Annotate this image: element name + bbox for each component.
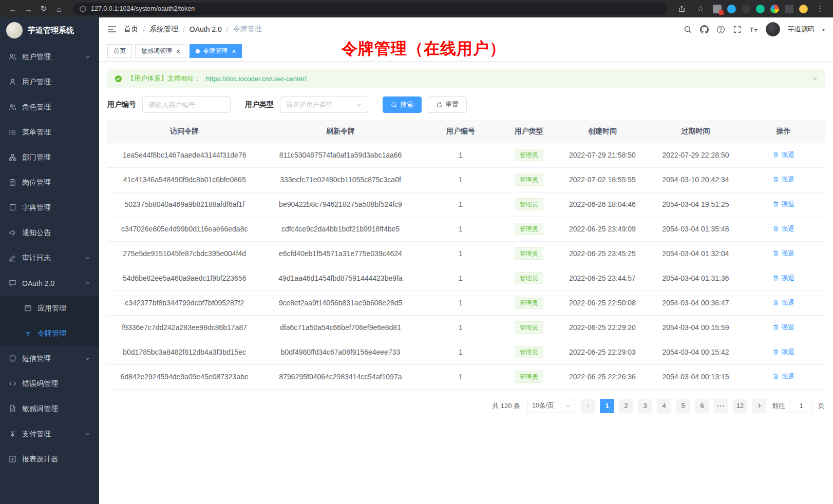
action-cell: 强退 — [742, 192, 825, 217]
breadcrumb-item[interactable]: 首页 — [124, 25, 138, 34]
sidebar-item-error-code[interactable]: 错误码管理 — [0, 371, 99, 396]
goto-page-input[interactable] — [790, 399, 812, 413]
sidebar-item-user[interactable]: 用户管理 — [0, 69, 99, 94]
user-id-input[interactable] — [142, 96, 231, 113]
table-row: b0d1785bc3a8482f812db4a3f3bd15ecb0df4980… — [107, 340, 825, 364]
sidebar-item-label: 报表设计器 — [22, 455, 58, 464]
more-pages-button[interactable]: ··· — [714, 399, 728, 413]
fullscreen-icon[interactable] — [733, 25, 742, 34]
user-avatar[interactable] — [766, 22, 780, 36]
sidebar-toggle-icon[interactable] — [107, 25, 117, 33]
page-size-select[interactable]: 10条/页 — [527, 399, 576, 413]
next-page-button[interactable] — [752, 399, 766, 413]
refresh-token-cell: cdfc4ce9c2da4bb1bdf21b9918ff4be5 — [261, 217, 419, 241]
sidebar-item-post[interactable]: 岗位管理 — [0, 170, 99, 195]
sidebar-item-dict[interactable]: 字典管理 — [0, 195, 99, 220]
code-icon — [9, 380, 16, 387]
browser-reload-icon[interactable]: ↻ — [37, 2, 50, 15]
chevron-down-icon — [85, 54, 90, 60]
page-button[interactable]: 1 — [600, 399, 614, 413]
tab-token[interactable]: 令牌管理× — [190, 44, 242, 58]
sidebar-item-report-designer[interactable]: 报表设计器 — [0, 447, 99, 472]
extension-icon[interactable] — [785, 5, 793, 13]
share-icon[interactable] — [675, 2, 688, 15]
site-info-icon[interactable] — [80, 6, 86, 12]
user-name[interactable]: 芋道源码 — [788, 25, 815, 34]
sidebar-item-audit-log[interactable]: 审计日志 — [0, 245, 99, 270]
user-id-cell: 1 — [420, 192, 502, 217]
breadcrumb-item[interactable]: 系统管理 — [149, 25, 178, 34]
tab-close-icon[interactable]: × — [232, 48, 236, 55]
force-logout-button[interactable]: 强退 — [772, 150, 794, 160]
page-button[interactable]: 4 — [657, 399, 671, 413]
breadcrumb-item[interactable]: OAuth 2.0 — [190, 25, 222, 33]
sidebar-item-oauth2-app[interactable]: 应用管理 — [0, 296, 99, 321]
pagination-total: 共 120 条 — [492, 401, 520, 411]
search-button[interactable]: 搜索 — [383, 96, 422, 113]
browser-address-bar[interactable]: 127.0.0.1:1024/system/oauth2/token — [73, 3, 668, 15]
app: 芋道管理系统 租户管理用户管理角色管理菜单管理部门管理岗位管理字典管理通知公告审… — [0, 17, 833, 504]
sidebar-item-pay[interactable]: 支付管理 — [0, 421, 99, 447]
column-header: 操作 — [742, 120, 825, 143]
help-icon[interactable] — [716, 25, 725, 34]
reset-button[interactable]: 重置 — [428, 96, 467, 113]
access-token-cell: c347026e805e4d99b0d116eae66eda8c — [107, 217, 261, 241]
force-logout-button[interactable]: 强退 — [772, 175, 794, 184]
sidebar-item-tenant[interactable]: 租户管理 — [0, 44, 99, 69]
create-time-cell: 2022-06-25 23:49:09 — [556, 217, 649, 241]
sidebar-item-notice[interactable]: 通知公告 — [0, 220, 99, 245]
column-header: 刷新令牌 — [261, 120, 419, 143]
user-type-select[interactable]: 请选择用户类型 — [280, 96, 368, 113]
browser-forward-icon[interactable]: → — [22, 2, 35, 15]
force-logout-button[interactable]: 强退 — [772, 347, 794, 357]
extension-icon[interactable] — [742, 5, 750, 13]
extension-icon[interactable] — [727, 5, 736, 13]
sidebar-item-role[interactable]: 角色管理 — [0, 94, 99, 120]
page-button[interactable]: 5 — [676, 399, 690, 413]
bookmark-star-icon[interactable]: ☆ — [694, 2, 707, 15]
force-logout-button[interactable]: 强退 — [772, 323, 794, 332]
force-logout-button[interactable]: 强退 — [772, 372, 794, 381]
browser-toolbar: ← → ↻ ⌂ 127.0.0.1:1024/system/oauth2/tok… — [0, 0, 833, 17]
sidebar-item-oauth2[interactable]: OAuth 2.0 — [0, 270, 99, 296]
extension-icon[interactable] — [770, 5, 779, 13]
page-button[interactable]: 12 — [733, 399, 747, 413]
force-logout-button[interactable]: 强退 — [772, 298, 794, 307]
search-icon[interactable] — [684, 25, 692, 34]
browser-menu-icon[interactable]: ⋮ — [813, 2, 827, 15]
browser-back-icon[interactable]: ← — [6, 2, 20, 15]
github-icon[interactable] — [700, 25, 709, 34]
page-button[interactable]: 6 — [695, 399, 709, 413]
force-logout-button[interactable]: 强退 — [772, 224, 794, 234]
reset-button-label: 重置 — [445, 100, 459, 109]
sidebar-item-menu[interactable]: 菜单管理 — [0, 120, 99, 145]
font-size-icon[interactable] — [749, 25, 758, 34]
sidebar-item-oauth2-token[interactable]: 令牌管理 — [0, 321, 99, 346]
extensions-icon[interactable] — [713, 5, 722, 13]
doc-link[interactable]: https://doc.iocoder.cn/user-center/ — [206, 75, 307, 83]
page-button[interactable]: 2 — [619, 399, 633, 413]
sidebar-item-sms[interactable]: 短信管理 — [0, 346, 99, 371]
prev-page-button[interactable] — [581, 399, 595, 413]
page-button[interactable]: 3 — [638, 399, 652, 413]
user-menu-caret-icon[interactable]: ▾ — [822, 27, 825, 32]
sidebar-item-sensitive-word[interactable]: 敏感词管理 — [0, 396, 99, 421]
browser-profile-avatar[interactable] — [799, 5, 808, 13]
window-app-icon — [24, 304, 32, 312]
force-logout-button[interactable]: 强退 — [772, 200, 794, 209]
force-logout-button[interactable]: 强退 — [772, 274, 794, 283]
app-title: 芋道管理系统 — [28, 26, 74, 35]
alert-close-icon[interactable]: × — [812, 74, 818, 83]
tab-close-icon[interactable]: × — [176, 48, 180, 55]
goto-suffix: 页 — [818, 401, 825, 411]
browser-home-icon[interactable]: ⌂ — [52, 2, 66, 15]
tab-sensitive-word[interactable]: 敏感词管理× — [135, 44, 186, 58]
sidebar-item-dept[interactable]: 部门管理 — [0, 145, 99, 170]
user-type-badge: 管理员 — [515, 223, 543, 235]
column-header: 用户类型 — [502, 120, 556, 143]
create-time-cell: 2022-06-26 18:04:46 — [556, 192, 649, 217]
force-logout-button[interactable]: 强退 — [772, 249, 794, 258]
extension-icon[interactable] — [756, 5, 765, 13]
tab-home[interactable]: 首页 — [107, 44, 132, 58]
user-id-cell: 1 — [420, 315, 502, 340]
